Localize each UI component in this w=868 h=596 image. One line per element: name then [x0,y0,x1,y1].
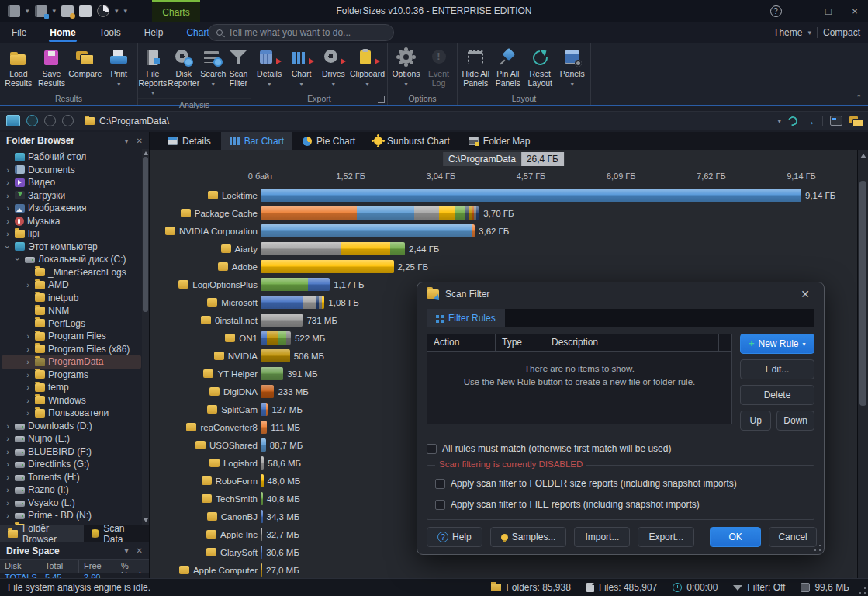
scrollbar-thumb[interactable] [143,157,148,312]
go-arrow-icon[interactable]: → [804,116,815,126]
nav-back-icon[interactable] [26,115,38,126]
tree-item[interactable]: ›Видео [2,176,141,189]
bar[interactable] [261,528,262,541]
bar[interactable] [261,546,262,559]
help-button[interactable]: ? [763,0,789,22]
tree-item[interactable]: ›BLUEBIRD (F:) [2,445,141,459]
all-rules-checkbox-row[interactable]: All rules must match (otherwise first ma… [427,443,814,454]
compact-button[interactable]: Compact [823,27,860,38]
load-results-button[interactable]: Load Results [2,47,35,92]
expander-icon[interactable]: › [24,332,32,340]
expander-icon[interactable]: › [4,204,12,212]
tree-item[interactable]: ›Vsyako (L:) [2,497,141,510]
bar-row[interactable]: Apple Computer27,0 МБ [156,563,857,577]
bar-row[interactable]: NVIDIA Corporation3,62 ГБ [156,224,857,237]
pie-chart-icon[interactable] [97,5,109,17]
tab-folder-map[interactable]: Folder Map [460,132,539,150]
scan-filter-button[interactable]: Scan Filter [227,47,250,98]
tree-item[interactable]: ›Program Files (x86) [2,343,141,356]
clipboard-button[interactable]: Clipboard▾ [350,47,385,92]
scroll-up-icon[interactable] [860,154,866,158]
expander-icon[interactable]: › [4,486,12,494]
tree-item[interactable]: ›Torrents (H:) [2,471,141,484]
tab-folder-browser[interactable]: Folder Browser [0,525,84,542]
expander-icon[interactable]: › [4,230,12,237]
tree-item[interactable]: NNM [2,304,141,317]
panels-button[interactable]: Panels▾ [557,47,589,92]
bar-row[interactable]: Locktime9,14 ГБ [156,189,857,202]
delete-button[interactable]: Delete [740,385,814,405]
document-icon[interactable] [79,5,92,17]
command-prompt-icon[interactable] [830,116,842,126]
chart-button[interactable]: Chart▾ [285,47,316,92]
resize-grip[interactable] [814,544,821,552]
save-results-icon[interactable] [35,5,47,17]
expander-icon[interactable]: › [4,435,12,442]
tree-item[interactable]: ›Изображения [2,202,141,215]
bar[interactable] [261,296,324,309]
tree-item[interactable]: Рабочий стол [2,151,141,164]
tree-item[interactable]: ›temp [2,381,141,394]
tab-help[interactable]: Help [133,22,175,43]
expander-icon[interactable]: › [4,217,12,225]
up-button[interactable]: Up [740,411,771,431]
tree-item[interactable]: ›Directlinks (G:) [2,458,141,471]
import-button[interactable]: Import... [574,527,630,547]
tree-item[interactable]: ›Razno (I:) [2,483,141,497]
bar[interactable] [261,492,263,505]
tree-item[interactable]: ›Windows [2,394,141,407]
expander-icon[interactable]: › [24,409,32,417]
checkbox-icon[interactable] [435,479,445,489]
path-dropdown-icon[interactable]: ▾ [777,117,781,125]
filter-status[interactable]: Filter: Off [733,582,785,593]
bar[interactable] [261,242,405,255]
chevron-down-icon[interactable]: ▾ [26,7,29,15]
options-button[interactable]: Options▾ [390,47,422,92]
tree-item[interactable]: ›lipi [2,227,141,241]
scroll-up-icon[interactable] [144,151,148,155]
tree-item[interactable]: ›Downloads (D:) [2,420,141,433]
bar[interactable] [261,385,274,398]
bar[interactable] [261,421,267,434]
tree-item[interactable]: ›Programs [2,369,141,382]
tree-item[interactable]: ›Библиотеки [2,522,141,525]
tree-item[interactable]: ›Program Files [2,330,141,343]
dialog-title-bar[interactable]: Scan Filter ✕ [417,282,824,306]
tree-item[interactable]: PerfLogs [2,317,141,331]
tab-file[interactable]: File [0,22,38,43]
bar[interactable] [261,224,475,237]
tree-item[interactable]: ›Nujno (E:) [2,432,141,445]
refresh-icon[interactable] [787,114,799,126]
expander-icon[interactable]: › [4,178,12,186]
expander-icon[interactable]: › [24,281,32,289]
bar[interactable] [261,314,303,327]
compare-button[interactable]: Compare [68,47,102,92]
new-rule-button[interactable]: + New Rule ▾ [740,334,814,354]
disk-reporter-button[interactable]: Disk Reporter [168,47,199,98]
chevron-down-icon[interactable]: ▾ [807,29,811,36]
bar-row[interactable]: Aiarty2,44 ГБ [156,242,857,255]
panel-close-icon[interactable]: ✕ [137,546,143,555]
bar[interactable] [261,456,264,470]
nav-forward-icon[interactable] [44,115,56,126]
panel-close-icon[interactable]: ✕ [137,137,143,145]
expander-icon[interactable]: › [14,255,22,263]
expander-icon[interactable]: › [24,383,32,391]
tree-item[interactable]: ›Documents [2,164,141,177]
bar[interactable] [261,331,291,345]
cancel-button[interactable]: Cancel [769,527,817,547]
bar[interactable] [261,189,801,202]
tree-item[interactable]: ›Локальный диск (C:) [2,253,141,266]
bar[interactable] [261,403,268,416]
file-reports-button[interactable]: File Reports▾ [139,47,168,98]
tree-item[interactable]: ›Загрузки [2,189,141,203]
down-button[interactable]: Down [776,411,814,431]
tree-scrollbar[interactable] [142,149,149,525]
report-icon[interactable] [61,5,74,17]
bar[interactable] [261,349,290,362]
resize-grip[interactable] [859,587,866,594]
expander-icon[interactable]: › [4,460,12,468]
tree-item[interactable]: _MinerSearchLogs [2,266,141,279]
bar[interactable] [261,260,394,273]
file-reports-checkbox-row[interactable]: Apply scan filter to FILE reports (inclu… [435,499,806,510]
